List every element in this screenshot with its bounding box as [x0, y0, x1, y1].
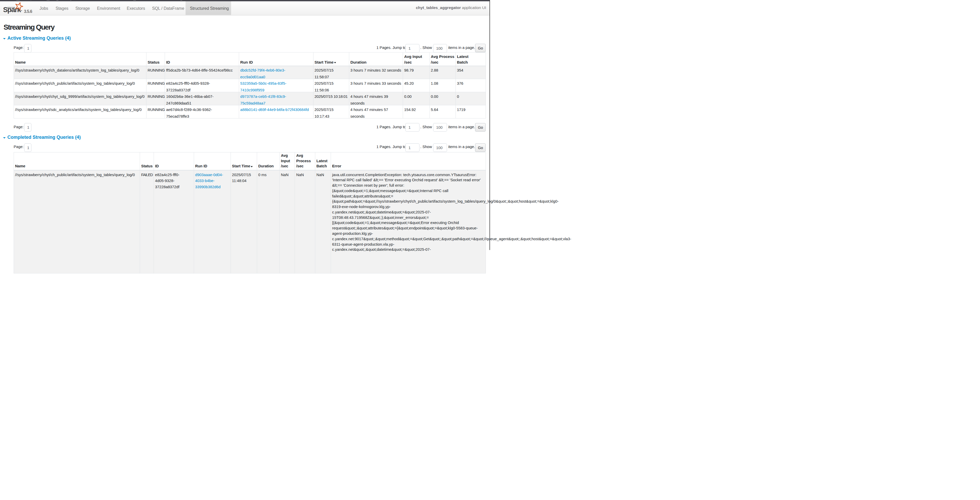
svg-text:TM: TM — [20, 10, 22, 11]
